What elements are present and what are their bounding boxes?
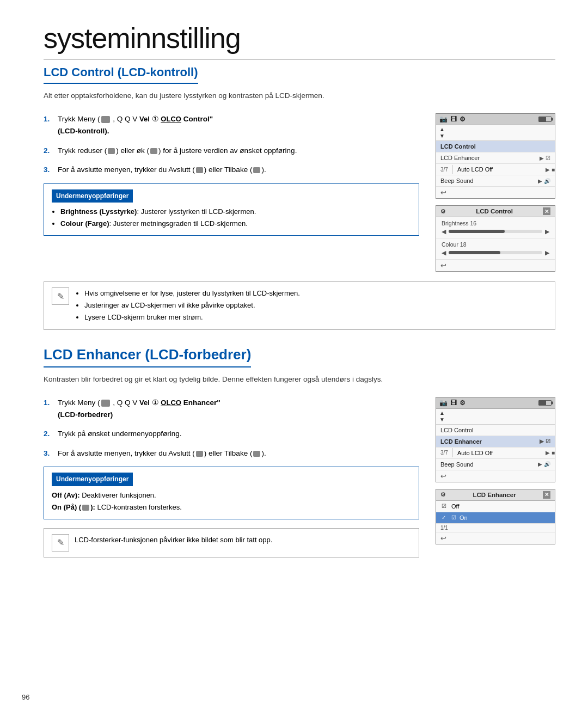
menu2-row-beep-sound[interactable]: Beep Sound ▶ 🔊	[436, 459, 555, 470]
section1-intro: Alt etter opptaksforholdene, kan du just…	[44, 90, 555, 101]
menu-row-beep-sound[interactable]: Beep Sound ▶ 🔊	[436, 175, 555, 187]
menu1-top-icons: 📷 🎞 ⚙	[439, 115, 465, 123]
section2-step-2: 2. Trykk på ønsket undermenyoppføring.	[44, 428, 419, 440]
submenu2-item2-bold: On (På) ():	[52, 503, 95, 511]
note-item-2: Justeringer av LCD-skjermen vil ikke påv…	[84, 299, 300, 311]
step-1-content: Trykk Meny ( , Q Q V Vel ① OLCO Control"…	[58, 113, 419, 137]
nav-up-arrow-2[interactable]: ▲	[439, 410, 445, 416]
film-icon: 🎞	[450, 115, 457, 123]
menu1-topbar: 📷 🎞 ⚙	[436, 114, 555, 125]
brightness-controls: ◀ ▶	[442, 228, 549, 235]
menu2-row-auto-lcd[interactable]: 3/7 Auto LCD Off ▶ ■	[436, 448, 555, 459]
step1-2-sublabel: (LCD-forbedrer)	[58, 410, 113, 419]
menu-row-auto-lcd[interactable]: 3/7 Auto LCD Off ▶ ■	[436, 164, 555, 175]
colour-decrease[interactable]: ◀	[442, 249, 446, 256]
enhancer-option-off[interactable]: ☑ Off	[436, 501, 555, 512]
submenu1-item1-bold: Brightness (Lysstyrke)	[60, 207, 137, 216]
nav-up-arrow[interactable]: ▲	[439, 126, 445, 133]
step1-2-text2: OLCO	[161, 399, 181, 407]
menu2-auto-lcd-label: Auto LCD Off	[453, 448, 546, 458]
enhancer-off-label: Off	[451, 503, 459, 510]
film-icon-2: 🎞	[450, 399, 457, 407]
nav-down-arrow-2[interactable]: ▼	[439, 416, 445, 423]
colour-fill	[449, 251, 500, 254]
detail-back-icon[interactable]: ↩	[440, 261, 446, 269]
back-arrow-icon[interactable]: ↩	[440, 188, 446, 197]
menu2-lcd-enhancer-label: LCD Enhancer	[440, 438, 482, 445]
menu2-lcd-enhancer-icon: ▶ ☑	[540, 438, 550, 444]
enhancer-close-btn[interactable]: ✕	[543, 491, 550, 499]
section1-note-box: ✎ Hvis omgivelsene er for lyse, justerer…	[44, 281, 555, 329]
menu-row-lcd-enhancer[interactable]: LCD Enhancer ▶ ☑	[436, 152, 555, 164]
colour-controls: ◀ ▶	[442, 249, 549, 256]
section1-steps-list: 1. Trykk Meny ( , Q Q V Vel ① OLCO Contr…	[44, 113, 419, 272]
menu-item-beep-sound-label: Beep Sound	[440, 177, 474, 184]
menu2-row-lcd-enhancer[interactable]: LCD Enhancer ▶ ☑	[436, 436, 555, 448]
gear-icon: ⚙	[460, 115, 465, 123]
section2-steps-list: 1. Trykk Meny ( , Q Q V Vel ① OLCO Enhan…	[44, 397, 419, 571]
step-2-content: Trykk reduser () eller øk () for å juste…	[58, 145, 419, 157]
detail-gear-icon: ⚙	[440, 208, 446, 215]
colour-increase[interactable]: ▶	[545, 249, 549, 256]
gear-icon-2: ⚙	[460, 399, 465, 407]
note-item-1: Hvis omgivelsene er for lyse, justerer d…	[84, 287, 300, 299]
detail-close-btn[interactable]: ✕	[543, 207, 550, 215]
note-icon: ✎	[52, 287, 69, 305]
enhancer-detail-header: ⚙ LCD Enhancer ✕	[436, 489, 555, 501]
brightness-fill	[449, 230, 505, 233]
submenu1-item1: Brightness (Lysstyrke): Justerer lysstyr…	[60, 206, 411, 218]
enhancer-page-num: 1/1	[440, 525, 448, 531]
check-off: ☑	[442, 503, 448, 509]
menu2-beep-sound-label: Beep Sound	[440, 461, 474, 468]
menu2-top-icons: 📷 🎞 ⚙	[439, 399, 465, 407]
on-icon	[82, 505, 89, 511]
step1-text2: OLCO	[161, 115, 181, 123]
submenu1-item2: Colour (Farge): Justerer metningsgraden …	[60, 218, 411, 230]
nav-down-arrow[interactable]: ▼	[439, 133, 445, 139]
menu1-back-row: ↩	[436, 187, 555, 198]
enhancer-option-on[interactable]: ✓ ☑ On	[436, 512, 555, 524]
enhancer-back-row: ↩	[436, 532, 555, 544]
camera-icon: 📷	[439, 115, 448, 123]
menu-item-lcd-enhancer-icon: ▶ ☑	[540, 155, 550, 161]
step-1: 1. Trykk Meny ( , Q Q V Vel ① OLCO Contr…	[44, 113, 419, 137]
step1-2-text: Vel	[139, 399, 150, 407]
step1-sublabel: (LCD-kontroll).	[58, 127, 109, 135]
menu-item-beep-sound-icon: ▶ 🔊	[538, 178, 550, 184]
detail-title: LCD Control	[476, 208, 513, 215]
enhancer-back-icon[interactable]: ↩	[440, 534, 446, 542]
step1-text: Vel	[139, 115, 150, 123]
step1-2-label: Enhancer"	[183, 399, 220, 407]
note-bullets: Hvis omgivelsene er for lyse, justerer d…	[75, 287, 300, 323]
nav-arrows-2: ▲ ▼	[439, 410, 445, 423]
brightness-track	[449, 230, 542, 233]
colour-label: Colour 18	[442, 241, 549, 248]
battery-icon	[538, 117, 552, 122]
menu2-topbar: 📷 🎞 ⚙	[436, 397, 555, 409]
brightness-decrease[interactable]: ◀	[442, 228, 446, 235]
menu-row-lcd-control[interactable]: LCD Control	[436, 141, 555, 152]
section1-menu-mockup: 📷 🎞 ⚙ ▲ ▼ LCD Control	[436, 113, 555, 272]
menu1-box: 📷 🎞 ⚙ ▲ ▼ LCD Control	[436, 113, 555, 199]
reduce-icon	[108, 148, 115, 154]
section1-steps-area: 1. Trykk Meny ( , Q Q V Vel ① OLCO Contr…	[44, 113, 555, 272]
increase-icon	[150, 148, 157, 154]
section2-note-text: LCD-forsterker-funksjonen påvirker ikke …	[75, 534, 272, 552]
menu2-row-lcd-control[interactable]: LCD Control	[436, 425, 555, 436]
section1-heading: LCD Control (LCD-kontroll)	[44, 65, 198, 84]
note-icon-2: ✎	[52, 534, 69, 552]
colour-row: Colour 18 ◀ ▶	[436, 238, 555, 260]
check-on: ✓	[442, 514, 448, 520]
section1: LCD Control (LCD-kontroll) Alt etter opp…	[44, 65, 555, 330]
section2-intro: Kontrasten blir forbedret og gir et klar…	[44, 374, 555, 385]
submenu1-item2-bold: Colour (Farge)	[60, 219, 109, 228]
back-arrow-icon-2[interactable]: ↩	[440, 472, 446, 480]
menu2-auto-lcd-icon: ▶ ■	[546, 450, 555, 456]
brightness-increase[interactable]: ▶	[545, 228, 549, 235]
battery-area	[538, 117, 552, 122]
enhancer-detail-title: LCD Enhancer	[473, 492, 516, 498]
section2-steps-area: 1. Trykk Meny ( , Q Q V Vel ① OLCO Enhan…	[44, 397, 555, 571]
menu2-items: LCD Control LCD Enhancer ▶ ☑ 3/7 Auto LC…	[436, 425, 555, 482]
main-title: systeminnstilling	[44, 22, 555, 60]
menu1-items: LCD Control LCD Enhancer ▶ ☑ 3/7 Auto LC…	[436, 141, 555, 198]
